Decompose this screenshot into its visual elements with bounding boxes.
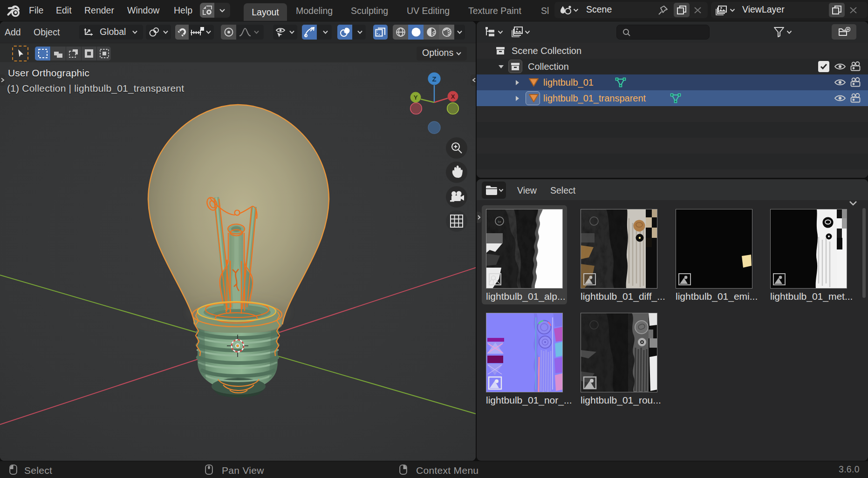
svg-text:X: X <box>451 93 455 100</box>
svg-text:Lu: Lu <box>498 220 501 223</box>
svg-text:Z: Z <box>432 75 436 83</box>
svg-text:Y: Y <box>414 94 418 101</box>
